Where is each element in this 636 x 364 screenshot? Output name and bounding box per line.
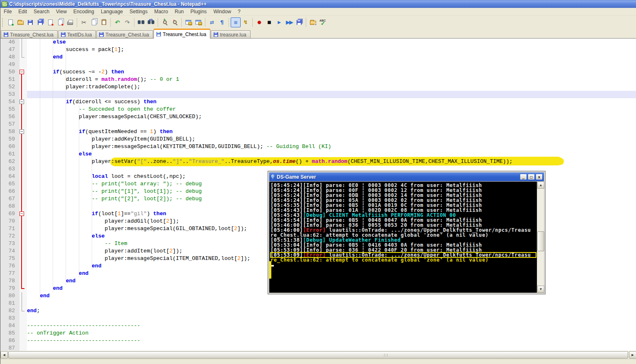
fold-margin[interactable] (19, 165, 27, 173)
tab-2-textids-lua[interactable]: TextIDs.lua (58, 30, 96, 39)
fold-margin[interactable] (19, 330, 27, 337)
tab-1-treasure-chest-lua[interactable]: Treasure_Chest.lua (1, 30, 58, 39)
spell-check-icon[interactable] (318, 17, 328, 27)
fold-margin[interactable] (19, 233, 27, 240)
code-line-48[interactable]: 48 end (0, 53, 636, 61)
fold-margin[interactable] (19, 225, 27, 233)
code-line-52[interactable]: 52 player:tradeComplete(); (0, 83, 636, 91)
menu-item-settings[interactable]: Settings (126, 8, 151, 15)
close-all-icon[interactable] (55, 17, 65, 27)
console-title-bar[interactable]: DS-Game Server _ □ x (269, 172, 544, 181)
sync-vertical-icon[interactable] (183, 17, 193, 27)
fold-margin[interactable] (19, 68, 27, 76)
scroll-left-button[interactable]: ◄ (0, 351, 8, 359)
scroll-down-button[interactable]: ▼ (537, 286, 544, 293)
fold-margin[interactable] (19, 285, 27, 292)
menu-item-search[interactable]: Search (30, 8, 53, 15)
zoom-out-icon[interactable]: - (170, 17, 180, 27)
tab-4-treasure-chest-lua[interactable]: Treasure_Chest.lua (154, 29, 210, 39)
code-line-57[interactable]: 57 (0, 121, 636, 128)
console-output[interactable]: [05:45:24][Info] parse: 0E0 ¦ 0003 0002 … (269, 182, 537, 293)
fold-margin[interactable] (19, 188, 27, 195)
copy-icon[interactable] (89, 17, 99, 27)
menu-item-plugins[interactable]: Plugins (187, 8, 210, 15)
code-line-59[interactable]: 59 player:addKeyItem(GUIDING_BELL); (0, 136, 636, 143)
open-file-icon[interactable] (15, 17, 25, 27)
code-line-86[interactable]: 86----------------------------------- (0, 337, 636, 345)
fold-margin[interactable] (19, 218, 27, 225)
code-line-83[interactable]: 83 (0, 315, 636, 322)
menu-item-encoding[interactable]: Encoding (70, 8, 97, 15)
sync-horizontal-icon[interactable] (193, 17, 203, 27)
fold-margin[interactable] (19, 83, 27, 91)
code-line-82[interactable]: 82end; (0, 307, 636, 315)
fold-margin[interactable] (19, 91, 27, 98)
fold-margin[interactable] (19, 61, 27, 68)
menu-item-[interactable]: ? (234, 8, 244, 15)
fold-margin[interactable] (19, 158, 27, 165)
fold-margin[interactable] (19, 113, 27, 121)
fold-margin[interactable] (19, 128, 27, 136)
close-button[interactable]: x (536, 174, 543, 180)
console-scrollbar[interactable]: ▲ ▼ (537, 182, 544, 293)
menu-item-run[interactable]: Run (171, 8, 187, 15)
code-line-47[interactable]: 47 success = pack[1]; (0, 46, 636, 53)
close-file-icon[interactable] (45, 17, 55, 27)
fold-margin[interactable] (19, 46, 27, 53)
paste-icon[interactable] (99, 17, 109, 27)
fold-margin[interactable] (19, 173, 27, 180)
macro-stop-icon[interactable]: ■ (264, 17, 274, 27)
minimize-button[interactable]: _ (520, 174, 527, 180)
print-icon[interactable] (65, 17, 75, 27)
code-line-50[interactable]: 50 if(success ~= -2) then (0, 68, 636, 76)
scroll-right-button[interactable]: ► (629, 351, 636, 359)
menu-item-language[interactable]: Language (97, 8, 126, 15)
fold-margin[interactable] (19, 277, 27, 285)
fold-margin[interactable] (19, 315, 27, 322)
horizontal-scrollbar[interactable]: ◄ ► (0, 351, 636, 359)
menu-item-view[interactable]: View (53, 8, 70, 15)
zoom-in-icon[interactable]: + (160, 17, 170, 27)
fold-margin[interactable] (19, 345, 27, 351)
macro-run-multiple-icon[interactable]: ▶▶ (284, 17, 294, 27)
fold-margin[interactable] (19, 76, 27, 83)
menu-item-macro[interactable]: Macro (151, 8, 171, 15)
save-all-icon[interactable] (35, 17, 45, 27)
code-line-46[interactable]: 46 else (0, 39, 636, 46)
fold-margin[interactable] (19, 322, 27, 330)
replace-icon[interactable]: ab (146, 17, 156, 27)
macro-record-icon[interactable]: ● (254, 17, 264, 27)
menu-item-edit[interactable]: Edit (15, 8, 30, 15)
fold-margin[interactable] (19, 262, 27, 270)
code-line-55[interactable]: 55 -- Succeded to open the coffer (0, 106, 636, 113)
fold-margin[interactable] (19, 270, 27, 277)
code-line-58[interactable]: 58 if(questItemNeeded == 1) then (0, 128, 636, 136)
title-bar[interactable]: C:\dsp\scripts\zones\Middle_Delkfutts_To… (0, 0, 636, 8)
cut-icon[interactable]: ✂ (79, 17, 89, 27)
scroll-up-button[interactable]: ▲ (537, 182, 544, 189)
indent-guide-icon[interactable]: ≡ (231, 17, 241, 27)
fold-margin[interactable] (19, 106, 27, 113)
redo-icon[interactable]: ↷ (122, 17, 132, 27)
fold-margin[interactable] (19, 98, 27, 106)
show-all-chars-icon[interactable]: ¶ (217, 17, 227, 27)
menu-item-window[interactable]: Window (210, 8, 234, 15)
fold-margin[interactable] (19, 248, 27, 255)
fold-margin[interactable] (19, 240, 27, 248)
code-line-61[interactable]: 61 else (0, 150, 636, 158)
code-line-62[interactable]: 62 player:setVar("["..zone.."]".."Treasu… (0, 158, 636, 165)
fold-margin[interactable] (19, 53, 27, 61)
fold-margin[interactable] (19, 195, 27, 203)
fold-margin[interactable] (19, 210, 27, 218)
console-scrollbar-thumb[interactable] (537, 231, 544, 251)
menu-item-file[interactable]: File (0, 8, 15, 15)
undo-icon[interactable]: ↶ (112, 17, 122, 27)
code-line-81[interactable]: 81 (0, 300, 636, 307)
fold-margin[interactable] (19, 292, 27, 300)
fold-margin[interactable] (19, 255, 27, 262)
fold-margin[interactable] (19, 150, 27, 158)
code-line-51[interactable]: 51 diceroll = math.random(); -- 0 or 1 (0, 76, 636, 83)
maximize-button[interactable]: □ (528, 174, 535, 180)
code-line-49[interactable]: 49 (0, 61, 636, 68)
macro-save-icon[interactable] (294, 17, 304, 27)
